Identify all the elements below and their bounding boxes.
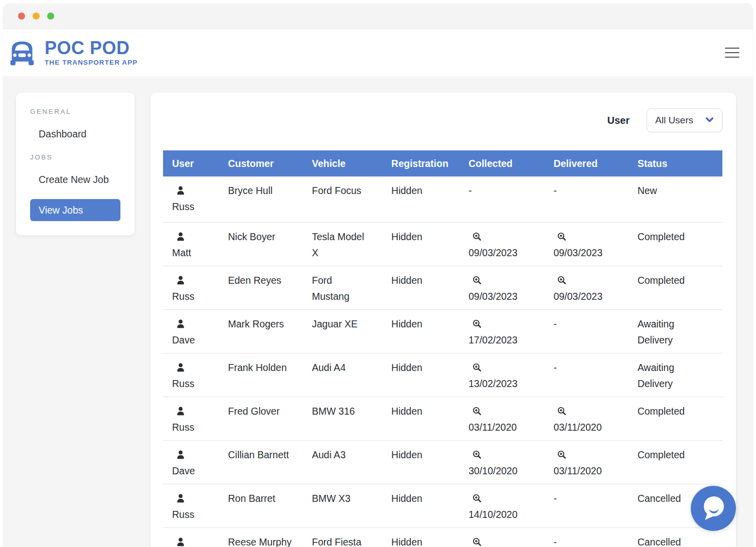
magnifier-plus-icon[interactable] — [557, 230, 567, 240]
user-name: Russ — [172, 419, 210, 435]
empty-value: - — [553, 493, 557, 504]
job-status: Awaiting Delivery — [638, 359, 703, 392]
customer-cell: Mark Rogers — [219, 309, 303, 353]
delivered-cell: - — [544, 484, 628, 527]
window-zoom-button[interactable] — [47, 13, 54, 20]
delivered-cell: 03/11/2020 — [544, 397, 628, 440]
person-icon — [176, 448, 186, 458]
magnifier-plus-icon[interactable] — [557, 405, 567, 415]
col-header-delivered: Delivered — [544, 150, 628, 176]
magnifier-plus-icon[interactable] — [557, 274, 567, 284]
magnifier-plus-icon[interactable] — [472, 317, 482, 327]
person-icon — [176, 274, 186, 284]
hamburger-menu-button[interactable] — [725, 42, 739, 63]
delivered-cell: - — [544, 176, 628, 222]
col-header-vehicle: Vehicle — [303, 150, 382, 176]
app-subtitle: THE TRANSPORTER APP — [45, 59, 137, 66]
customer-name: Bryce Hull — [228, 183, 294, 199]
delivered-date: 03/11/2020 — [553, 463, 619, 479]
customer-cell: Ron Barret — [219, 484, 303, 527]
status-cell: Awaiting Delivery — [629, 309, 722, 353]
table-row: Dave Cillian Barnett Audi A3 Hidden 30/1… — [163, 440, 722, 484]
user-cell: Russ — [163, 176, 219, 222]
user-name: Russ — [172, 288, 210, 304]
table-row: Russ Ron Barret BMW X3 Hidden 14/10/2020… — [163, 484, 722, 527]
table-row: Reese Murphy Ford Fiesta Hidden - — [163, 527, 722, 547]
user-filter-value: All Users — [655, 115, 693, 126]
user-filter-label: User — [608, 115, 630, 126]
customer-cell: Frank Holden — [219, 353, 303, 397]
delivered-cell: 09/03/2023 — [544, 222, 628, 266]
collected-cell: - — [460, 176, 544, 222]
sidebar-item-view-jobs[interactable]: View Jobs — [30, 199, 120, 221]
magnifier-plus-icon[interactable] — [472, 405, 482, 415]
person-icon — [176, 492, 186, 502]
app-window: POC POD THE TRANSPORTER APP GENERAL Dash… — [3, 4, 753, 547]
delivered-cell: 03/11/2020 — [544, 440, 628, 484]
user-cell: Dave — [163, 309, 219, 353]
customer-name: Ron Barret — [228, 490, 294, 506]
magnifier-plus-icon[interactable] — [472, 230, 482, 240]
person-icon — [176, 361, 186, 371]
sidebar: GENERAL Dashboard JOBS Create New Job Vi… — [16, 93, 134, 235]
app-header: POC POD THE TRANSPORTER APP — [3, 29, 753, 76]
user-name: Dave — [172, 332, 210, 348]
table-row: Dave Mark Rogers Jaguar XE Hidden 17/02/… — [163, 309, 722, 353]
jobs-table: User Customer Vehicle Registration Colle… — [163, 150, 722, 547]
vehicle-cell: BMW X3 — [303, 484, 382, 527]
registration-cell: Hidden — [382, 309, 460, 353]
collected-date: 09/03/2023 — [469, 288, 535, 304]
app-title: POC POD — [45, 39, 137, 57]
collected-cell: 09/03/2023 — [460, 266, 544, 309]
magnifier-plus-icon[interactable] — [472, 448, 482, 458]
registration-cell: Hidden — [382, 266, 460, 309]
user-cell: Matt — [163, 222, 219, 266]
status-cell: Completed — [629, 222, 722, 266]
vehicle-cell: Ford Focus — [303, 176, 382, 222]
app-logo[interactable]: POC POD THE TRANSPORTER APP — [6, 39, 137, 66]
collected-cell: 09/03/2023 — [460, 222, 544, 266]
customer-name: Nick Boyer — [228, 229, 294, 245]
vehicle-cell: BMW 316 — [303, 397, 382, 440]
vehicle-cell: Tesla Model X — [303, 222, 382, 266]
window-minimize-button[interactable] — [33, 13, 40, 20]
status-cell: Completed — [629, 397, 722, 440]
person-icon — [176, 184, 186, 194]
sidebar-item-create-new-job[interactable]: Create New Job — [16, 174, 134, 186]
empty-value: - — [553, 318, 557, 329]
registration-cell: Hidden — [382, 353, 460, 397]
customer-name: Frank Holden — [228, 359, 294, 376]
user-cell: Russ — [163, 397, 219, 440]
delivered-date: 09/03/2023 — [553, 288, 619, 304]
registration-value: Hidden — [391, 183, 450, 199]
user-filter-select[interactable]: All Users — [647, 108, 722, 132]
magnifier-plus-icon[interactable] — [472, 361, 482, 371]
registration-value: Hidden — [391, 447, 450, 463]
customer-cell: Bryce Hull — [219, 176, 303, 222]
job-status: New — [638, 183, 703, 199]
magnifier-plus-icon[interactable] — [472, 492, 482, 502]
magnifier-plus-icon[interactable] — [557, 448, 567, 458]
collected-cell — [460, 527, 544, 547]
window-close-button[interactable] — [18, 13, 25, 20]
customer-name: Eden Reyes — [228, 272, 294, 288]
customer-cell: Cillian Barnett — [219, 440, 303, 484]
page-content: GENERAL Dashboard JOBS Create New Job Vi… — [3, 76, 753, 547]
job-status: Completed — [638, 229, 703, 245]
delivered-cell: 09/03/2023 — [544, 266, 628, 309]
person-icon — [176, 317, 186, 327]
registration-value: Hidden — [391, 490, 450, 506]
collected-date: 17/02/2023 — [469, 332, 535, 348]
empty-value: - — [469, 185, 472, 196]
delivered-cell: - — [544, 527, 628, 547]
car-icon — [6, 39, 38, 66]
magnifier-plus-icon[interactable] — [472, 274, 482, 284]
vehicle-name: Ford Focus — [312, 183, 371, 199]
jobs-table-header: User Customer Vehicle Registration Colle… — [163, 150, 722, 176]
jobs-panel: User All Users User — [150, 93, 736, 547]
vehicle-cell: Audi A3 — [303, 440, 382, 484]
collected-cell: 14/10/2020 — [460, 484, 544, 527]
chat-widget-button[interactable] — [691, 486, 736, 531]
magnifier-plus-icon[interactable] — [472, 535, 482, 545]
sidebar-item-dashboard[interactable]: Dashboard — [16, 128, 134, 140]
